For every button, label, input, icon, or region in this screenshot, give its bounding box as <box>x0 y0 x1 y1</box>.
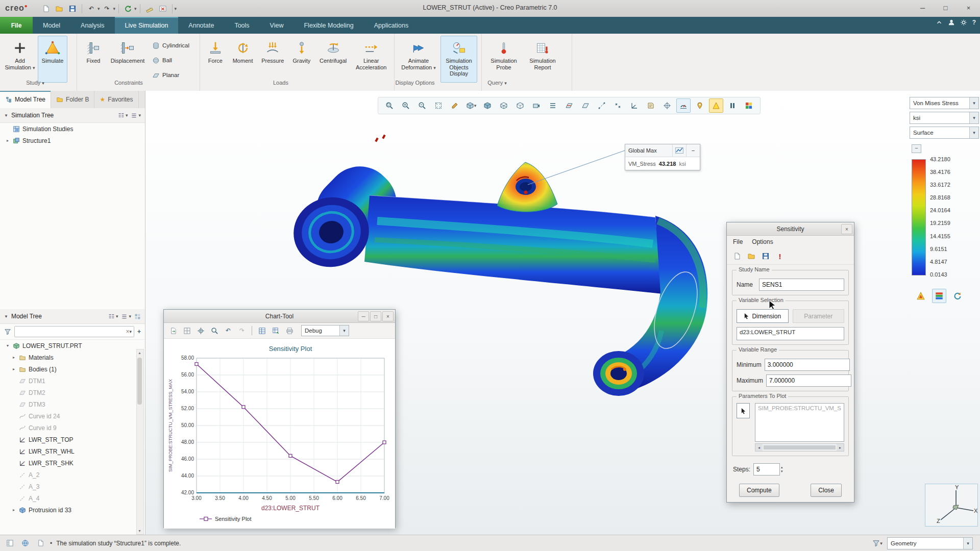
tree-item-protrusion[interactable]: ▸Protrusion id 33 <box>0 504 145 516</box>
panel-toggle-icon[interactable] <box>4 538 15 549</box>
zoom-in-icon[interactable] <box>399 98 413 113</box>
tree-item-a2[interactable]: A_2 <box>0 469 145 481</box>
annotation-display-icon[interactable] <box>644 98 658 113</box>
save-study-icon[interactable] <box>760 250 772 262</box>
tree-item-csys-top[interactable]: LWR_STR_TOP <box>0 434 145 445</box>
tree-item-part[interactable]: ▼LOWER_STRUT.PRT <box>0 340 145 352</box>
tree-settings-icon[interactable] <box>134 313 141 320</box>
datum-points-icon[interactable] <box>611 98 625 113</box>
pause-simulation-icon[interactable] <box>725 98 740 113</box>
legend-unit-select[interactable]: ksi▾ <box>910 112 979 124</box>
shaded-view-icon[interactable] <box>480 98 495 113</box>
tab-model[interactable]: Model <box>33 17 70 34</box>
datum-planes-icon[interactable] <box>578 98 593 113</box>
probes-display-icon[interactable] <box>693 98 707 113</box>
grid-toggle-icon[interactable] <box>181 324 193 337</box>
scroll-left-icon[interactable]: ◂ <box>755 444 763 451</box>
tree-item-curve24[interactable]: Curve id 24 <box>0 410 145 422</box>
close-icon[interactable]: × <box>382 311 394 321</box>
user-icon[interactable] <box>948 19 955 26</box>
sensitivity-dialog[interactable]: Sensitivity × File Options ! Study Name … <box>726 222 854 503</box>
global-max-flag[interactable]: Global Max − VM_Stress 43.218 ksi <box>625 144 700 170</box>
sim-display-toggle-icon[interactable] <box>676 98 691 113</box>
minimum-input[interactable] <box>765 359 850 371</box>
tree-list-icon[interactable]: ▾ <box>131 112 141 119</box>
sim-tree-item-studies[interactable]: Simulation Studies <box>0 123 145 135</box>
debug-select[interactable]: Debug▾ <box>301 325 349 336</box>
maximize-icon[interactable]: □ <box>370 311 381 321</box>
legend-display-icon[interactable] <box>932 289 946 303</box>
simulate-toggle-icon[interactable] <box>709 98 723 113</box>
refit-icon[interactable] <box>431 98 446 113</box>
tree-item-dtm1[interactable]: DTM1 <box>0 375 145 387</box>
hscroll-thumb[interactable] <box>764 445 836 449</box>
refresh-results-icon[interactable] <box>950 289 965 303</box>
sensitivity-titlebar[interactable]: Sensitivity × <box>727 222 854 236</box>
redo-icon[interactable]: ↷ <box>236 324 248 337</box>
cylindrical-button[interactable]: Cylindrical <box>149 39 193 52</box>
centrifugal-button[interactable]: Centrifugal <box>316 36 351 83</box>
tree-item-materials[interactable]: ▸Materials <box>0 352 145 363</box>
group-label-query[interactable]: Query ▾ <box>455 80 539 86</box>
tree-item-bodies[interactable]: ▸Bodies (1) <box>0 363 145 375</box>
exclamation-icon[interactable]: ! <box>774 250 786 262</box>
collapse-icon[interactable]: ▼ <box>4 113 8 118</box>
tree-item-a4[interactable]: A_4 <box>0 492 145 504</box>
maximize-window-icon[interactable]: □ <box>934 0 957 15</box>
simulation-report-button[interactable]: Simulation Report <box>524 36 561 83</box>
tab-model-tree[interactable]: Model Tree <box>0 91 51 108</box>
tab-view[interactable]: View <box>260 17 294 34</box>
variable-list[interactable]: d23:LOWER_STRUT <box>737 327 844 340</box>
tree-item-csys-shk[interactable]: LWR_STR_SHK <box>0 457 145 469</box>
data-table-icon[interactable] <box>256 324 268 337</box>
simulation-objects-display-button[interactable]: Simulation Objects Display <box>440 36 477 83</box>
hidden-line-view-icon[interactable] <box>513 98 527 113</box>
linear-acceleration-button[interactable]: Linear Acceleration <box>351 36 391 83</box>
menu-options[interactable]: Options <box>748 237 777 246</box>
chart-tool-titlebar[interactable]: Chart-Tool ─ □ × <box>164 310 395 323</box>
fixed-button[interactable]: Fixed <box>80 36 107 83</box>
select-parameter-button[interactable] <box>737 403 750 418</box>
tab-annotate[interactable]: Annotate <box>178 17 224 34</box>
close-window-button[interactable]: × <box>957 0 980 15</box>
steps-spinner[interactable]: ▴▾ <box>781 465 783 473</box>
tab-flexible-modeling[interactable]: Flexible Modeling <box>293 17 363 34</box>
scroll-right-icon[interactable]: ▸ <box>837 444 844 451</box>
browser-toggle-icon[interactable] <box>19 538 31 549</box>
csys-display-icon[interactable] <box>627 98 642 113</box>
minimize-window-icon[interactable]: ─ <box>911 0 934 15</box>
steps-input[interactable] <box>753 463 780 475</box>
animate-deformation-button[interactable]: Animate Deformation ▾ <box>398 36 439 83</box>
add-filter-icon[interactable]: + <box>137 328 141 335</box>
pressure-button[interactable]: Pressure <box>258 36 287 83</box>
tab-applications[interactable]: Applications <box>364 17 419 34</box>
tree-item-curve9[interactable]: Curve id 9 <box>0 422 145 434</box>
display-style-icon[interactable]: ▾ <box>464 98 478 113</box>
spin-center-icon[interactable] <box>660 98 674 113</box>
tree-columns-icon[interactable]: ▾ <box>108 313 118 320</box>
wireframe-view-icon[interactable] <box>497 98 511 113</box>
flag-collapse-icon[interactable]: − <box>686 144 700 157</box>
print-icon[interactable] <box>283 324 296 337</box>
tree-item-csys-whl[interactable]: LWR_STR_WHL <box>0 445 145 457</box>
compute-button[interactable]: Compute <box>739 484 779 497</box>
saved-orientations-icon[interactable] <box>529 98 544 113</box>
flag-graph-icon[interactable] <box>672 144 686 157</box>
settings-gear-icon[interactable] <box>960 19 967 26</box>
section-icon[interactable] <box>562 98 576 113</box>
crosshair-tracking-icon[interactable] <box>194 324 207 337</box>
force-button[interactable]: Force <box>203 36 228 83</box>
model-tree-scrollbar[interactable]: ▴ ▾ <box>136 349 144 535</box>
tab-favorites[interactable]: ★ Favorites <box>94 91 138 108</box>
view-manager-icon[interactable] <box>546 98 560 113</box>
group-label-study[interactable]: Study ▾ <box>0 80 70 86</box>
selection-filter-icon[interactable]: ▾ <box>872 538 883 549</box>
sim-tree-item-structure1[interactable]: ▸ Structure1 <box>0 135 145 146</box>
moment-button[interactable]: Moment <box>229 36 257 83</box>
zoom-out-icon[interactable] <box>415 98 429 113</box>
parameters-hscrollbar[interactable]: ◂ ▸ <box>755 443 844 452</box>
export-graph-icon[interactable] <box>167 324 179 337</box>
legend-quantity-select[interactable]: Von Mises Stress▾ <box>910 97 979 109</box>
export-table-icon[interactable] <box>270 324 282 337</box>
tab-live-simulation[interactable]: Live Simulation <box>115 17 179 34</box>
